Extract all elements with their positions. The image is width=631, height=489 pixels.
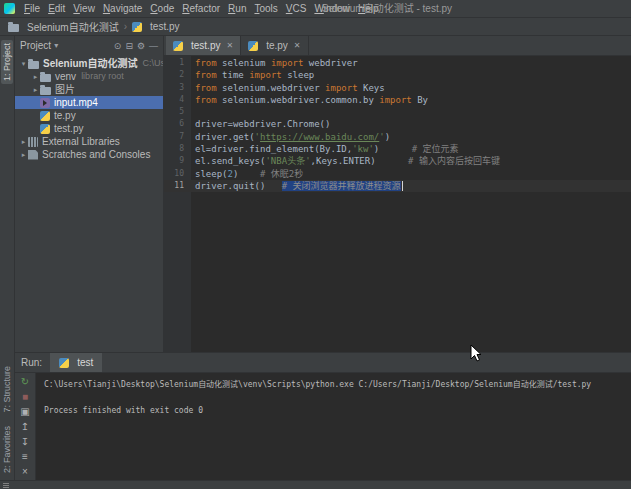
python-icon bbox=[40, 124, 50, 134]
code-line-text: driver.get('https://www.baidu.com/') bbox=[191, 131, 390, 143]
code-line-text: from time import sleep bbox=[191, 69, 314, 81]
menu-run[interactable]: Run bbox=[224, 3, 250, 14]
tree-item-label: External Libraries bbox=[42, 135, 120, 148]
run-tab-test[interactable]: test bbox=[50, 353, 102, 372]
chevron-right-icon[interactable]: ▸ bbox=[31, 70, 40, 83]
console-line: Process finished with exit code 0 bbox=[44, 404, 631, 417]
code-line: 2from time import sleep bbox=[164, 69, 631, 81]
folder-icon bbox=[40, 87, 51, 95]
chevron-right-icon[interactable]: ▸ bbox=[19, 135, 28, 148]
folder-icon bbox=[28, 61, 39, 69]
editor-tab-label: te.py bbox=[266, 40, 288, 51]
tree-item[interactable]: ▸Scratches and Consoles bbox=[15, 148, 163, 161]
close-tab-icon[interactable]: ✕ bbox=[294, 41, 301, 50]
navigation-bar: Selenium自动化测试›test.py bbox=[0, 18, 631, 36]
run-tool-window: Run: test ↻■▣↥↧≡× C:\Users\Tianji\Deskto… bbox=[15, 352, 631, 480]
stripe-project-button[interactable]: 1: Project bbox=[1, 40, 13, 84]
rerun-icon[interactable]: ↻ bbox=[18, 376, 33, 388]
code-line-text bbox=[191, 106, 195, 118]
line-number: 7 bbox=[164, 131, 191, 143]
tree-item[interactable]: ▸图片 bbox=[15, 83, 163, 96]
editor: test.py✕te.py✕ 1from selenium import web… bbox=[164, 36, 631, 352]
tree-item[interactable]: ▸External Libraries bbox=[15, 135, 163, 148]
chevron-right-icon[interactable]: ▸ bbox=[31, 83, 40, 96]
menu-refactor[interactable]: Refactor bbox=[178, 3, 224, 14]
console-output[interactable]: C:\Users\Tianji\Desktop\Selenium自动化测试\ve… bbox=[36, 373, 631, 480]
menu-view[interactable]: View bbox=[69, 3, 99, 14]
pycharm-window: FileEditViewNavigateCodeRefactorRunTools… bbox=[0, 0, 631, 489]
breadcrumb-item[interactable]: test.py bbox=[132, 21, 179, 32]
code-line-text: sleep(2) # 休眠2秒 bbox=[191, 168, 303, 180]
code-line: 1from selenium import webdriver bbox=[164, 57, 631, 69]
code-line-text: driver.quit() # 关闭浏览器并释放进程资源 bbox=[191, 180, 403, 192]
toolwindow-switcher-icon[interactable] bbox=[3, 483, 9, 488]
clear-console-icon[interactable]: × bbox=[18, 466, 33, 478]
line-number: 6 bbox=[164, 118, 191, 130]
breadcrumb-label: Selenium自动化测试 bbox=[27, 19, 119, 34]
tree-item[interactable]: ▾Selenium自动化测试C:\Users\Tianji bbox=[15, 57, 163, 70]
tree-item-hint: C:\Users\Tianji bbox=[142, 57, 163, 70]
code-line: 5 bbox=[164, 106, 631, 118]
chevron-down-icon[interactable]: ▾ bbox=[19, 57, 28, 70]
app-icon bbox=[4, 3, 15, 14]
folder-icon bbox=[8, 24, 19, 32]
up-stack-trace-icon[interactable]: ↥ bbox=[18, 421, 33, 433]
line-number: 10 bbox=[164, 168, 191, 180]
stripe-structure-button[interactable]: 7: Structure bbox=[1, 363, 13, 416]
code-line: 3from selenium.webdriver import Keys bbox=[164, 82, 631, 94]
code-area[interactable]: 1from selenium import webdriver2from tim… bbox=[164, 56, 631, 352]
locate-icon[interactable]: ⊙ bbox=[114, 41, 122, 51]
tool-window-stripe: 1: Project 7: Structure 2: Favorites bbox=[0, 36, 15, 480]
scratches-icon bbox=[28, 150, 38, 160]
line-number: 5 bbox=[164, 106, 191, 118]
tree-item[interactable]: te.py bbox=[15, 109, 163, 122]
workspace: Project ▾ ⊙⊟⚙— ▾Selenium自动化测试C:\Users\Ti… bbox=[15, 36, 631, 352]
folder-icon bbox=[40, 74, 51, 82]
tree-item[interactable]: ▸venvlibrary root bbox=[15, 70, 163, 83]
tree-item-label: input.mp4 bbox=[54, 96, 98, 109]
tree-item-hint: library root bbox=[81, 70, 124, 83]
tree-item[interactable]: input.mp4 bbox=[15, 96, 163, 109]
text-caret bbox=[402, 181, 403, 191]
menu-edit[interactable]: Edit bbox=[44, 3, 69, 14]
tree-item-label: te.py bbox=[54, 109, 76, 122]
breadcrumb-item[interactable]: Selenium自动化测试 bbox=[8, 19, 119, 34]
tree-item-label: Scratches and Consoles bbox=[42, 148, 150, 161]
breadcrumb-label: test.py bbox=[150, 21, 179, 32]
down-stack-trace-icon[interactable]: ↧ bbox=[18, 436, 33, 448]
breadcrumb-separator: › bbox=[124, 21, 127, 32]
menu-file[interactable]: File bbox=[20, 3, 44, 14]
editor-tab-test.py[interactable]: test.py✕ bbox=[166, 36, 241, 55]
menu-navigate[interactable]: Navigate bbox=[99, 3, 146, 14]
chevron-right-icon[interactable]: ▸ bbox=[19, 148, 28, 161]
restore-layout-icon[interactable]: ▣ bbox=[18, 406, 33, 418]
editor-tab-label: test.py bbox=[191, 40, 220, 51]
stop-icon[interactable]: ■ bbox=[18, 391, 33, 403]
run-tab-label: test bbox=[77, 357, 93, 368]
code-line-text: el.send_keys('NBA头条',Keys.ENTER) # 输入内容后… bbox=[191, 155, 500, 167]
code-line: 9el.send_keys('NBA头条',Keys.ENTER) # 输入内容… bbox=[164, 155, 631, 167]
line-number: 3 bbox=[164, 82, 191, 94]
menu-tools[interactable]: Tools bbox=[250, 3, 281, 14]
code-line: 4from selenium.webdriver.common.by impor… bbox=[164, 94, 631, 106]
soft-wrap-icon[interactable]: ≡ bbox=[18, 451, 33, 463]
editor-tabs: test.py✕te.py✕ bbox=[164, 36, 631, 56]
code-line-text: driver=webdriver.Chrome() bbox=[191, 118, 330, 130]
collapse-all-icon[interactable]: ⊟ bbox=[125, 41, 133, 51]
menu-code[interactable]: Code bbox=[146, 3, 178, 14]
line-number: 2 bbox=[164, 69, 191, 81]
tree-item-label: 图片 bbox=[55, 83, 75, 96]
menu-vcs[interactable]: VCS bbox=[282, 3, 311, 14]
project-header: Project ▾ ⊙⊟⚙— bbox=[15, 36, 163, 55]
line-number: 8 bbox=[164, 143, 191, 155]
editor-tab-te.py[interactable]: te.py✕ bbox=[241, 36, 308, 55]
libraries-icon bbox=[28, 137, 38, 147]
tree-item[interactable]: test.py bbox=[15, 122, 163, 135]
code-line: 10sleep(2) # 休眠2秒 bbox=[164, 168, 631, 180]
project-view-selector[interactable]: Project bbox=[20, 40, 51, 51]
line-number: 11 bbox=[164, 180, 191, 192]
close-tab-icon[interactable]: ✕ bbox=[226, 41, 233, 50]
stripe-favorites-button[interactable]: 2: Favorites bbox=[1, 423, 13, 476]
hide-panel-icon[interactable]: — bbox=[149, 41, 158, 51]
settings-gear-icon[interactable]: ⚙ bbox=[137, 41, 145, 51]
